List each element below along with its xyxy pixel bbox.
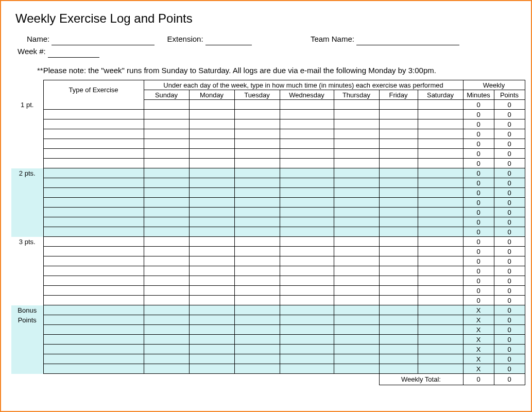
day-cell[interactable] bbox=[280, 159, 334, 168]
exercise-type-cell[interactable] bbox=[43, 129, 144, 139]
exercise-type-cell[interactable] bbox=[43, 188, 144, 198]
day-cell[interactable] bbox=[189, 129, 234, 139]
day-cell[interactable] bbox=[234, 276, 280, 286]
day-cell[interactable] bbox=[379, 286, 418, 296]
exercise-type-cell[interactable] bbox=[43, 217, 144, 227]
day-cell[interactable] bbox=[379, 296, 418, 305]
day-cell[interactable] bbox=[234, 129, 280, 139]
day-cell[interactable] bbox=[280, 119, 334, 129]
day-cell[interactable] bbox=[144, 315, 189, 325]
exercise-type-cell[interactable] bbox=[43, 159, 144, 168]
day-cell[interactable] bbox=[144, 364, 189, 374]
day-cell[interactable] bbox=[280, 315, 334, 325]
day-cell[interactable] bbox=[144, 100, 189, 110]
day-cell[interactable] bbox=[280, 198, 334, 208]
day-cell[interactable] bbox=[189, 188, 234, 198]
day-cell[interactable] bbox=[334, 100, 379, 110]
day-cell[interactable] bbox=[280, 286, 334, 296]
day-cell[interactable] bbox=[334, 247, 379, 256]
day-cell[interactable] bbox=[379, 168, 418, 178]
day-cell[interactable] bbox=[234, 354, 280, 364]
day-cell[interactable] bbox=[334, 325, 379, 335]
day-cell[interactable] bbox=[334, 110, 379, 119]
day-cell[interactable] bbox=[144, 227, 189, 237]
day-cell[interactable] bbox=[189, 237, 234, 247]
exercise-type-cell[interactable] bbox=[43, 149, 144, 159]
day-cell[interactable] bbox=[334, 119, 379, 129]
day-cell[interactable] bbox=[280, 266, 334, 276]
exercise-type-cell[interactable] bbox=[43, 276, 144, 286]
exercise-type-cell[interactable] bbox=[43, 139, 144, 149]
day-cell[interactable] bbox=[334, 129, 379, 139]
day-cell[interactable] bbox=[334, 345, 379, 354]
day-cell[interactable] bbox=[379, 247, 418, 256]
exercise-type-cell[interactable] bbox=[43, 296, 144, 305]
day-cell[interactable] bbox=[234, 110, 280, 119]
day-cell[interactable] bbox=[189, 178, 234, 188]
day-cell[interactable] bbox=[418, 305, 463, 315]
day-cell[interactable] bbox=[418, 266, 463, 276]
day-cell[interactable] bbox=[189, 296, 234, 305]
day-cell[interactable] bbox=[379, 354, 418, 364]
day-cell[interactable] bbox=[334, 159, 379, 168]
exercise-type-cell[interactable] bbox=[43, 256, 144, 266]
day-cell[interactable] bbox=[280, 208, 334, 217]
day-cell[interactable] bbox=[189, 256, 234, 266]
day-cell[interactable] bbox=[144, 237, 189, 247]
day-cell[interactable] bbox=[334, 276, 379, 286]
day-cell[interactable] bbox=[379, 266, 418, 276]
day-cell[interactable] bbox=[280, 100, 334, 110]
day-cell[interactable] bbox=[280, 335, 334, 345]
day-cell[interactable] bbox=[189, 110, 234, 119]
day-cell[interactable] bbox=[189, 149, 234, 159]
day-cell[interactable] bbox=[189, 325, 234, 335]
day-cell[interactable] bbox=[379, 315, 418, 325]
exercise-type-cell[interactable] bbox=[43, 325, 144, 335]
day-cell[interactable] bbox=[418, 325, 463, 335]
day-cell[interactable] bbox=[189, 276, 234, 286]
exercise-type-cell[interactable] bbox=[43, 208, 144, 217]
day-cell[interactable] bbox=[334, 315, 379, 325]
day-cell[interactable] bbox=[189, 227, 234, 237]
day-cell[interactable] bbox=[144, 276, 189, 286]
day-cell[interactable] bbox=[234, 159, 280, 168]
day-cell[interactable] bbox=[418, 354, 463, 364]
day-cell[interactable] bbox=[144, 286, 189, 296]
exercise-type-cell[interactable] bbox=[43, 100, 144, 110]
day-cell[interactable] bbox=[144, 129, 189, 139]
day-cell[interactable] bbox=[418, 100, 463, 110]
day-cell[interactable] bbox=[189, 198, 234, 208]
day-cell[interactable] bbox=[334, 266, 379, 276]
day-cell[interactable] bbox=[234, 256, 280, 266]
day-cell[interactable] bbox=[280, 345, 334, 354]
day-cell[interactable] bbox=[334, 188, 379, 198]
day-cell[interactable] bbox=[334, 198, 379, 208]
extension-field[interactable] bbox=[205, 37, 252, 45]
day-cell[interactable] bbox=[144, 335, 189, 345]
day-cell[interactable] bbox=[418, 296, 463, 305]
day-cell[interactable] bbox=[418, 217, 463, 227]
day-cell[interactable] bbox=[418, 345, 463, 354]
day-cell[interactable] bbox=[418, 256, 463, 266]
exercise-type-cell[interactable] bbox=[43, 345, 144, 354]
day-cell[interactable] bbox=[379, 198, 418, 208]
exercise-type-cell[interactable] bbox=[43, 168, 144, 178]
day-cell[interactable] bbox=[144, 266, 189, 276]
day-cell[interactable] bbox=[334, 296, 379, 305]
day-cell[interactable] bbox=[334, 237, 379, 247]
exercise-type-cell[interactable] bbox=[43, 286, 144, 296]
day-cell[interactable] bbox=[144, 178, 189, 188]
day-cell[interactable] bbox=[189, 305, 234, 315]
day-cell[interactable] bbox=[189, 315, 234, 325]
day-cell[interactable] bbox=[189, 139, 234, 149]
day-cell[interactable] bbox=[189, 119, 234, 129]
day-cell[interactable] bbox=[234, 315, 280, 325]
day-cell[interactable] bbox=[234, 119, 280, 129]
day-cell[interactable] bbox=[379, 325, 418, 335]
day-cell[interactable] bbox=[379, 139, 418, 149]
name-field[interactable] bbox=[52, 37, 155, 45]
day-cell[interactable] bbox=[334, 208, 379, 217]
day-cell[interactable] bbox=[144, 188, 189, 198]
day-cell[interactable] bbox=[418, 364, 463, 374]
day-cell[interactable] bbox=[280, 188, 334, 198]
